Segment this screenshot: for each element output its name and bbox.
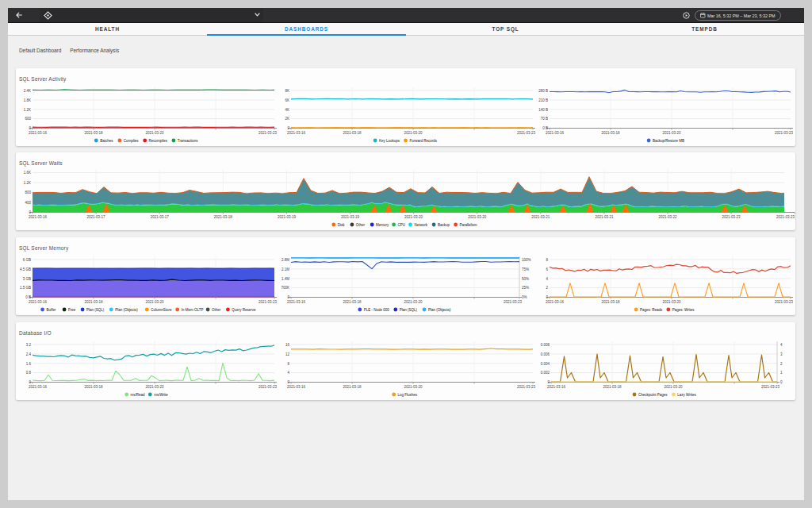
- svg-text:Plan (SQL): Plan (SQL): [400, 308, 418, 312]
- svg-text:0.008: 0.008: [541, 343, 550, 347]
- svg-text:Database I/O: Database I/O: [19, 330, 52, 336]
- svg-text:2021-03-19: 2021-03-19: [341, 215, 360, 219]
- svg-text:2021-03-23: 2021-03-23: [504, 300, 523, 304]
- svg-text:Plan (SQL): Plan (SQL): [86, 308, 105, 312]
- svg-text:2021-03-20: 2021-03-20: [404, 385, 423, 389]
- svg-text:140 B: 140 B: [538, 108, 548, 112]
- svg-text:2021-03-23: 2021-03-23: [775, 131, 794, 135]
- svg-text:2021-03-23: 2021-03-23: [761, 385, 780, 389]
- svg-text:2021-03-20: 2021-03-20: [662, 300, 681, 304]
- svg-text:Buffer: Buffer: [47, 308, 56, 312]
- svg-text:0.006: 0.006: [541, 352, 550, 356]
- svg-text:Other: Other: [356, 223, 366, 227]
- svg-text:CPU: CPU: [398, 223, 406, 227]
- svg-text:2021-03-23: 2021-03-23: [517, 131, 536, 135]
- svg-text:0: 0: [780, 380, 783, 384]
- svg-text:400: 400: [25, 201, 31, 205]
- svg-text:70 B: 70 B: [541, 117, 548, 121]
- svg-text:2021-03-16: 2021-03-16: [29, 300, 48, 304]
- svg-text:2021-03-19: 2021-03-19: [278, 215, 297, 219]
- svg-text:Plan (Objects): Plan (Objects): [115, 308, 138, 312]
- svg-text:2021-03-20: 2021-03-20: [145, 131, 164, 135]
- svg-text:Transactions: Transactions: [178, 139, 198, 143]
- svg-text:2021-03-21: 2021-03-21: [531, 215, 550, 219]
- svg-text:2021-03-16: 2021-03-16: [547, 385, 566, 389]
- svg-text:8: 8: [287, 362, 289, 366]
- svg-text:6: 6: [546, 267, 548, 271]
- svg-text:In-Mem OLTP: In-Mem OLTP: [182, 308, 204, 312]
- svg-text:Pages: Writes: Pages: Writes: [672, 308, 695, 312]
- svg-text:2021-03-18: 2021-03-18: [84, 131, 103, 135]
- svg-text:Free: Free: [68, 308, 76, 312]
- svg-text:2021-03-23: 2021-03-23: [775, 300, 794, 304]
- svg-text:8: 8: [546, 258, 548, 262]
- svg-text:Log Flushes: Log Flushes: [398, 393, 418, 397]
- svg-text:8K: 8K: [285, 89, 289, 93]
- svg-text:ColumnStore: ColumnStore: [151, 308, 172, 312]
- svg-text:ms/Write: ms/Write: [154, 393, 168, 397]
- svg-text:1.6: 1.6: [26, 362, 32, 366]
- svg-text:Memory: Memory: [376, 223, 389, 227]
- svg-text:SQL Server Waits: SQL Server Waits: [19, 160, 63, 167]
- svg-text:2021-03-16: 2021-03-16: [287, 385, 306, 389]
- svg-text:2021-03-16: 2021-03-16: [546, 131, 565, 135]
- svg-text:1.2K: 1.2K: [24, 108, 31, 112]
- svg-text:1.2K: 1.2K: [24, 181, 31, 185]
- svg-text:3 GB: 3 GB: [23, 277, 31, 281]
- svg-text:Disk: Disk: [338, 223, 345, 227]
- svg-text:Batches: Batches: [100, 139, 113, 143]
- svg-text:600: 600: [25, 117, 31, 121]
- svg-text:3.2: 3.2: [26, 343, 32, 347]
- svg-text:Recompiles: Recompiles: [149, 139, 168, 143]
- svg-text:210 B: 210 B: [538, 98, 548, 102]
- svg-text:Compiles: Compiles: [124, 139, 140, 143]
- svg-text:0.004: 0.004: [541, 362, 550, 366]
- svg-text:0.8: 0.8: [26, 371, 32, 375]
- svg-text:4K: 4K: [285, 108, 289, 112]
- svg-text:Parallelism: Parallelism: [460, 223, 477, 227]
- svg-text:6K: 6K: [285, 98, 289, 102]
- svg-text:2021-03-16: 2021-03-16: [546, 300, 565, 304]
- svg-text:Forward Records: Forward Records: [409, 139, 437, 143]
- svg-text:800: 800: [25, 190, 31, 194]
- svg-text:1: 1: [780, 371, 783, 375]
- svg-text:0%: 0%: [522, 295, 527, 299]
- svg-text:2021-03-21: 2021-03-21: [595, 215, 614, 219]
- svg-text:2021-03-16: 2021-03-16: [287, 300, 306, 304]
- svg-text:2021-03-18: 2021-03-18: [84, 300, 103, 304]
- svg-text:1.6K: 1.6K: [24, 171, 31, 175]
- svg-text:Checkpoint Pages: Checkpoint Pages: [638, 393, 668, 397]
- svg-text:1.4M: 1.4M: [282, 277, 289, 281]
- svg-text:16: 16: [285, 343, 290, 347]
- svg-text:2021-03-20: 2021-03-20: [468, 215, 487, 219]
- svg-text:4: 4: [546, 277, 548, 281]
- svg-text:Pages: Reads: Pages: Reads: [640, 308, 663, 312]
- svg-text:2: 2: [780, 362, 783, 366]
- svg-text:2021-03-16: 2021-03-16: [29, 385, 48, 389]
- svg-text:2021-03-18: 2021-03-18: [343, 385, 362, 389]
- svg-text:0 B: 0 B: [25, 295, 31, 299]
- svg-text:2.4: 2.4: [26, 352, 32, 356]
- svg-text:2021-03-16: 2021-03-16: [29, 215, 48, 219]
- svg-text:2021-03-18: 2021-03-18: [601, 131, 620, 135]
- svg-text:2021-03-20: 2021-03-20: [145, 300, 164, 304]
- svg-text:Plan (Objects): Plan (Objects): [428, 308, 451, 312]
- svg-text:2K: 2K: [285, 117, 289, 121]
- svg-text:SQL Server Activity: SQL Server Activity: [19, 76, 67, 83]
- svg-text:Other: Other: [212, 308, 221, 312]
- svg-text:2.8M: 2.8M: [282, 258, 289, 262]
- svg-text:Backup/Restore MB: Backup/Restore MB: [653, 139, 684, 143]
- svg-text:2021-03-18: 2021-03-18: [603, 385, 622, 389]
- svg-text:0.002: 0.002: [541, 371, 550, 375]
- svg-text:2021-03-20: 2021-03-20: [404, 300, 423, 304]
- svg-text:2021-03-23: 2021-03-23: [776, 215, 795, 219]
- svg-text:280 B: 280 B: [538, 89, 548, 93]
- svg-text:2021-03-16: 2021-03-16: [29, 131, 48, 135]
- svg-text:25%: 25%: [522, 286, 529, 290]
- svg-text:2021-03-20: 2021-03-20: [662, 131, 681, 135]
- svg-text:12: 12: [285, 352, 290, 356]
- svg-text:2.1M: 2.1M: [282, 267, 289, 271]
- svg-text:Key Lookups: Key Lookups: [379, 139, 400, 143]
- svg-text:1.5 GB: 1.5 GB: [20, 286, 31, 290]
- svg-text:3: 3: [780, 352, 783, 356]
